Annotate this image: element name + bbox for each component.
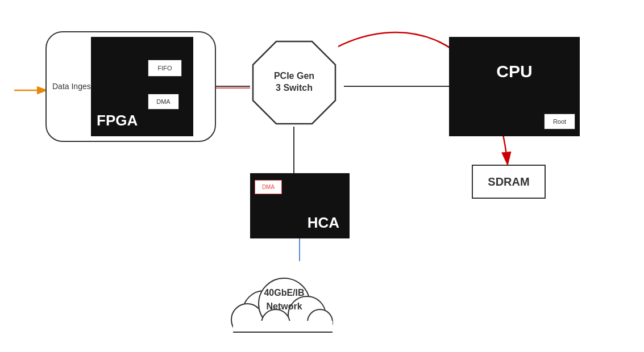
- fifo-box: FIFO: [148, 60, 182, 77]
- network-cloud-container: 40GbE/IB Network: [219, 258, 350, 341]
- root-box: Root: [544, 114, 575, 129]
- hca-block: HCA DMA: [250, 173, 350, 238]
- fpga-dma-box: DMA: [148, 94, 179, 110]
- sdram-block: SDRAM: [472, 165, 546, 199]
- data-ingest-label: Data Ingest: [52, 81, 93, 93]
- pcie-switch-container: PCIe Gen 3 Switch: [244, 26, 344, 139]
- fpga-block: FPGA FIFO DMA: [91, 37, 193, 136]
- network-label: 40GbE/IB Network: [252, 286, 317, 313]
- pcie-octagon: PCIe Gen 3 Switch: [250, 39, 338, 127]
- svg-rect-15: [233, 321, 333, 341]
- hca-dma-box: DMA: [255, 180, 282, 194]
- hca-label: HCA: [308, 214, 339, 232]
- fpga-label: FPGA: [97, 112, 138, 129]
- architecture-diagram: Data Ingest FPGA FIFO DMA PCIe Gen 3 Swi…: [0, 0, 644, 352]
- cpu-label: CPU: [496, 62, 532, 81]
- cpu-block: CPU Root: [449, 37, 580, 136]
- svg-marker-8: [253, 41, 335, 124]
